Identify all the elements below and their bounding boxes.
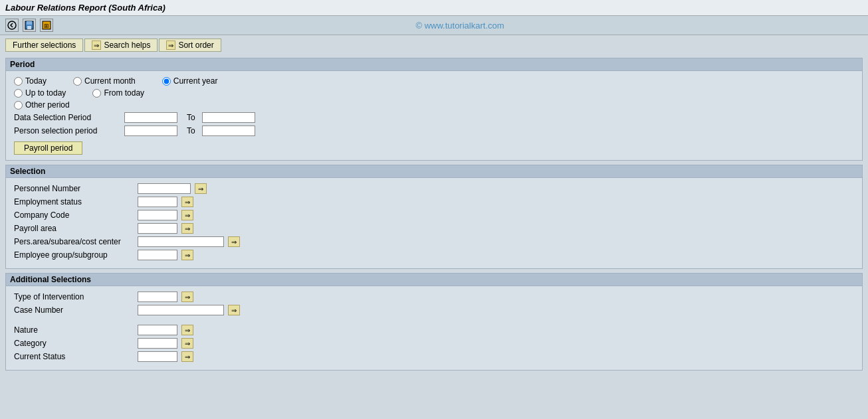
employment-status-label: Employment status [14, 197, 134, 207]
case-number-arrow-btn[interactable]: ⇒ [228, 305, 240, 315]
employee-group-label: Employee group/subgroup [14, 250, 134, 260]
selection-body: Personnel Number ⇒ Employment status ⇒ C… [6, 178, 862, 268]
current-status-row: Current Status ⇒ [14, 351, 854, 362]
radio-current-year-input[interactable] [162, 77, 171, 86]
data-selection-period-from[interactable] [124, 112, 177, 123]
sort-order-label: Sort order [178, 41, 213, 50]
selection-header: Selection [6, 165, 862, 178]
radio-other-period-label: Other period [25, 100, 70, 110]
pers-area-label: Pers.area/subarea/cost center [14, 237, 134, 246]
svg-rect-2 [27, 21, 32, 25]
watermark: © www.tutorialkart.com [57, 21, 863, 31]
radio-from-today-label: From today [104, 88, 144, 98]
shortcut-icon[interactable]: ⊞ [40, 19, 53, 32]
radio-today-label: Today [25, 76, 47, 86]
data-selection-to-label: To [187, 113, 195, 122]
tab-search-helps[interactable]: ⇒ Search helps [84, 39, 158, 52]
radio-current-month-input[interactable] [73, 77, 82, 86]
period-section: Period Today Current month Current year [5, 58, 863, 161]
person-selection-period-row: Person selection period To [14, 126, 854, 136]
payroll-area-arrow-btn[interactable]: ⇒ [181, 223, 193, 234]
radio-from-today[interactable]: From today [92, 88, 144, 98]
current-status-input[interactable] [138, 351, 177, 362]
tab-further-selections[interactable]: Further selections [5, 39, 83, 52]
case-number-row: Case Number ⇒ [14, 305, 854, 315]
period-header: Period [6, 58, 862, 71]
pers-area-arrow-btn[interactable]: ⇒ [228, 236, 240, 247]
radio-today[interactable]: Today [14, 76, 47, 86]
additional-selections-header: Additional Selections [6, 274, 862, 286]
search-helps-label: Search helps [104, 41, 150, 50]
radio-current-year[interactable]: Current year [162, 76, 218, 86]
search-helps-arrow-icon: ⇒ [92, 41, 101, 50]
radio-other-period[interactable]: Other period [14, 100, 70, 110]
person-selection-to-label: To [187, 126, 195, 135]
pers-area-input[interactable] [138, 236, 224, 247]
data-selection-period-to[interactable] [202, 112, 255, 123]
radio-up-to-today[interactable]: Up to today [14, 88, 66, 98]
toolbar: ⊞ © www.tutorialkart.com [0, 16, 868, 35]
company-code-input[interactable] [138, 210, 177, 220]
personnel-number-row: Personnel Number ⇒ [14, 183, 854, 194]
current-status-arrow-btn[interactable]: ⇒ [181, 351, 193, 362]
tabs-bar: Further selections ⇒ Search helps ⇒ Sort… [0, 35, 868, 55]
company-code-row: Company Code ⇒ [14, 210, 854, 220]
type-of-intervention-row: Type of Intervention ⇒ [14, 292, 854, 302]
payroll-area-input[interactable] [138, 223, 177, 234]
svg-text:⊞: ⊞ [44, 23, 49, 29]
save-icon[interactable] [23, 19, 36, 32]
nature-arrow-btn[interactable]: ⇒ [181, 325, 193, 335]
company-code-label: Company Code [14, 210, 134, 220]
sort-order-arrow-icon: ⇒ [166, 41, 175, 50]
payroll-period-button[interactable]: Payroll period [14, 141, 82, 155]
payroll-area-row: Payroll area ⇒ [14, 223, 854, 234]
radio-other-period-input[interactable] [14, 101, 23, 110]
employment-status-row: Employment status ⇒ [14, 197, 854, 207]
type-of-intervention-label: Type of Intervention [14, 292, 134, 301]
further-selections-label: Further selections [13, 41, 76, 50]
radio-up-to-today-input[interactable] [14, 89, 23, 98]
case-number-label: Case Number [14, 305, 134, 315]
personnel-number-arrow-btn[interactable]: ⇒ [195, 183, 207, 194]
radio-from-today-input[interactable] [92, 89, 101, 98]
category-row: Category ⇒ [14, 338, 854, 349]
period-row-3: Other period [14, 100, 854, 110]
tab-sort-order[interactable]: ⇒ Sort order [159, 39, 221, 52]
additional-selections-section: Additional Selections Type of Interventi… [5, 273, 863, 371]
selection-section: Selection Personnel Number ⇒ Employment … [5, 165, 863, 269]
radio-up-to-today-label: Up to today [25, 88, 66, 98]
period-row-2: Up to today From today [14, 88, 854, 98]
person-selection-period-from[interactable] [124, 126, 177, 136]
employment-status-input[interactable] [138, 197, 177, 207]
personnel-number-input[interactable] [138, 183, 191, 194]
category-arrow-btn[interactable]: ⇒ [181, 338, 193, 349]
pers-area-row: Pers.area/subarea/cost center ⇒ [14, 236, 854, 247]
nature-label: Nature [14, 325, 134, 335]
case-number-input[interactable] [138, 305, 224, 315]
radio-today-input[interactable] [14, 77, 23, 86]
radio-current-year-label: Current year [173, 76, 218, 86]
employment-status-arrow-btn[interactable]: ⇒ [181, 197, 193, 207]
employee-group-input[interactable] [138, 250, 177, 260]
title-bar: Labour Relations Report (South Africa) [0, 0, 868, 16]
employee-group-row: Employee group/subgroup ⇒ [14, 250, 854, 260]
nature-input[interactable] [138, 325, 177, 335]
person-selection-period-to[interactable] [202, 126, 255, 136]
employee-group-arrow-btn[interactable]: ⇒ [181, 250, 193, 260]
svg-point-0 [8, 21, 16, 29]
payroll-area-label: Payroll area [14, 224, 134, 233]
nature-row: Nature ⇒ [14, 325, 854, 335]
type-of-intervention-input[interactable] [138, 292, 177, 302]
page-title: Labour Relations Report (South Africa) [5, 3, 165, 13]
category-input[interactable] [138, 338, 177, 349]
company-code-arrow-btn[interactable]: ⇒ [181, 210, 193, 220]
type-of-intervention-arrow-btn[interactable]: ⇒ [181, 292, 193, 302]
main-content: Period Today Current month Current year [0, 55, 868, 377]
nav-back-icon[interactable] [5, 19, 19, 32]
current-status-label: Current Status [14, 352, 134, 361]
radio-current-month-label: Current month [84, 76, 136, 86]
svg-rect-3 [27, 26, 31, 29]
person-selection-period-label: Person selection period [14, 126, 120, 135]
data-selection-period-row: Data Selection Period To [14, 112, 854, 123]
radio-current-month[interactable]: Current month [73, 76, 136, 86]
